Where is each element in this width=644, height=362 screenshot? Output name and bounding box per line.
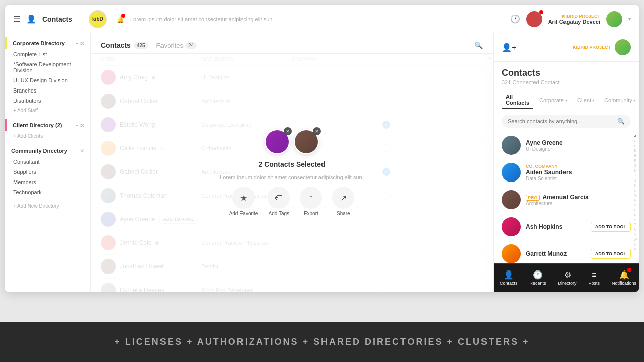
search-icon[interactable]: 🔍 — [474, 41, 483, 49]
client-directory-label: Client Directory (2) — [13, 122, 62, 128]
share-button[interactable]: ↗ Share — [332, 187, 354, 216]
alpha-hash[interactable]: # — [634, 247, 636, 252]
hamburger-icon[interactable]: ☰ — [13, 14, 20, 24]
sidebar: Corporate Directory + ✕ Complete List *S… — [5, 33, 91, 292]
user-avatar-main[interactable] — [606, 11, 622, 27]
remove-selected-1[interactable]: ✕ — [284, 127, 292, 135]
list-item[interactable]: PRO Amenual Garcia Architecture — [498, 186, 635, 213]
list-item[interactable]: Co. Company Aiden Saunders Data Scientis… — [498, 159, 635, 186]
main-panel: Contacts 425 Favorites 24 🔍 USER OCCUPAT… — [91, 33, 493, 292]
alpha-e[interactable]: E — [634, 153, 637, 158]
avatar — [502, 190, 521, 209]
nav-contacts[interactable]: 👤 Contacts — [494, 268, 524, 288]
chevron-down-icon[interactable]: ▾ — [628, 16, 631, 22]
add-to-pool-button[interactable]: ADD TO POOL — [591, 222, 631, 232]
alpha-k[interactable]: K — [634, 183, 637, 188]
alpha-m[interactable]: M — [634, 193, 637, 198]
tab-corporate[interactable]: Corporate ▾ — [535, 95, 571, 105]
alpha-w[interactable]: W — [634, 237, 637, 242]
add-user-icon[interactable]: 👤+ — [502, 43, 516, 52]
contact-name: Ayne Greene — [526, 139, 631, 146]
alpha-r[interactable]: R — [634, 213, 636, 218]
contacts-nav-icon: 👤 — [504, 270, 514, 280]
alpha-o[interactable]: O — [634, 203, 636, 208]
alpha-d[interactable]: D — [634, 148, 636, 153]
avatar — [502, 244, 521, 263]
chevron-down-icon: ▾ — [565, 98, 567, 103]
right-user-avatar[interactable] — [615, 39, 631, 55]
tab-all-contacts[interactable]: All Contacts — [502, 92, 533, 109]
alpha-i[interactable]: I — [635, 173, 636, 178]
sidebar-members[interactable]: Members — [5, 177, 90, 187]
export-icon: ↑ — [300, 187, 322, 209]
tab-community[interactable]: Community ▾ — [600, 95, 639, 105]
search-icon[interactable]: 🔍 — [617, 118, 625, 125]
sidebar-distributors[interactable]: Distributors — [5, 96, 90, 106]
sidebar-corporate-directory[interactable]: Corporate Directory + ✕ — [5, 37, 90, 49]
nav-directory[interactable]: ⚙ Directory — [552, 268, 583, 288]
add-to-pool-button[interactable]: ADD TO POOL — [591, 249, 631, 259]
right-alpha-index: A B C D E F G H I J K L M N O P R — [632, 132, 639, 254]
sidebar-complete-list[interactable]: Complete List — [5, 49, 90, 59]
notification-badge[interactable]: 🔔 — [117, 15, 124, 24]
community-section-icons: + ✕ — [75, 148, 84, 154]
remove-selected-2[interactable]: ✕ — [313, 127, 321, 135]
alpha-p[interactable]: P — [634, 208, 637, 213]
alpha-j[interactable]: J — [634, 178, 636, 183]
sidebar-consultant[interactable]: Consultant — [5, 157, 90, 167]
sidebar-branches[interactable]: Branches — [5, 85, 90, 96]
chevron-down-icon: ▾ — [633, 98, 635, 103]
contact-company-label: Co. Company — [526, 164, 631, 169]
sidebar-section-icons: + ✕ — [75, 41, 84, 46]
favorites-tab[interactable]: Favorites 24 — [156, 42, 197, 49]
top-bar-right: 🕐 kibriD PROJECT Arif Cağatay Deveci ▾ — [510, 11, 631, 27]
alpha-a[interactable]: A — [634, 134, 637, 139]
list-item[interactable]: Garrett Munoz ADD TO POOL — [498, 240, 635, 263]
sidebar-technopark[interactable]: Technopark — [5, 187, 90, 197]
sidebar-community-directory[interactable]: Community Directory + ✕ — [5, 145, 90, 157]
nav-notifications[interactable]: 🔔 Notifications — [606, 268, 639, 288]
alpha-h[interactable]: H — [634, 168, 636, 173]
alpha-b[interactable]: B — [634, 139, 637, 144]
nav-posts[interactable]: ≡ Posts — [583, 268, 606, 288]
sidebar-add-directory[interactable]: + Add New Directory — [5, 201, 90, 211]
add-favorite-button[interactable]: ★ Add Favorite — [229, 187, 258, 216]
alpha-n[interactable]: N — [634, 198, 636, 203]
sidebar-software-div[interactable]: *Software Development Division — [5, 59, 90, 75]
tag-icon: 🏷 — [268, 187, 290, 209]
tab-community-label: Community — [604, 97, 632, 103]
alpha-f[interactable]: F — [634, 158, 636, 163]
avatar — [502, 217, 521, 236]
right-contact-info: Garrett Munoz — [526, 250, 586, 257]
search-input[interactable] — [508, 118, 613, 124]
sidebar-add-clients[interactable]: + Add Clients — [5, 131, 90, 141]
top-bar: ☰ 👤 Contacts kibD 🔔 Lorem ipsum dolor si… — [5, 5, 639, 33]
directory-nav-icon: ⚙ — [564, 270, 571, 280]
sidebar-suppliers[interactable]: Suppliers — [5, 167, 90, 177]
nav-posts-label: Posts — [589, 281, 600, 286]
export-button[interactable]: ↑ Export — [300, 187, 322, 216]
add-tags-button[interactable]: 🏷 Add Tags — [268, 187, 290, 216]
alpha-v[interactable]: V — [634, 232, 637, 237]
sidebar-uiux-div[interactable]: UI-UX Design Division — [5, 75, 90, 85]
list-item[interactable]: Ayne Greene UI Designer — [498, 132, 635, 159]
alpha-t[interactable]: T — [634, 222, 636, 227]
sidebar-add-staff[interactable]: + Add Staff — [5, 106, 90, 115]
right-title: Contacts — [502, 68, 631, 78]
avatar — [502, 163, 521, 182]
alpha-u[interactable]: U — [634, 227, 636, 232]
alpha-c[interactable]: C — [634, 144, 636, 149]
tab-client[interactable]: Client ▾ — [573, 95, 598, 105]
tab-all-label: All Contacts — [506, 94, 529, 106]
alpha-x[interactable]: X — [634, 242, 637, 247]
avatar — [502, 136, 521, 155]
nav-recents[interactable]: 🕐 Recents — [524, 268, 552, 288]
contacts-tab[interactable]: Contacts 425 — [101, 41, 148, 49]
sidebar-client-directory[interactable]: Client Directory (2) + ✕ — [5, 119, 90, 131]
alpha-g[interactable]: G — [634, 163, 636, 168]
alpha-l[interactable]: L — [634, 188, 636, 193]
right-contact-list: Ayne Greene UI Designer Co. Company Aide… — [494, 132, 639, 263]
list-item[interactable]: Ash Hopkins ADD TO POOL — [498, 213, 635, 240]
contacts-list-container: USER OCCUPATION COMPANY Amy Craig UI Des… — [91, 54, 493, 292]
alpha-s[interactable]: S — [634, 218, 637, 223]
